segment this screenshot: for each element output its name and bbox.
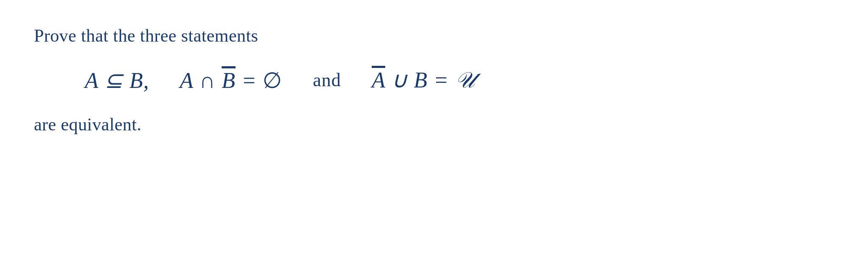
- math-expressions: A ⊆ B, A ∩ B = ∅ and A ∪ B = 𝒰: [34, 67, 474, 93]
- expr3-Abar: A: [372, 68, 385, 92]
- connector-and: and: [313, 69, 342, 91]
- main-content: Prove that the three statements A ⊆ B, A…: [34, 25, 474, 135]
- expr1: A ⊆ B,: [85, 68, 149, 93]
- expr3: A ∪ B = 𝒰: [372, 67, 474, 93]
- expr3-U: 𝒰: [455, 68, 474, 92]
- intro-text: Prove that the three statements: [34, 25, 474, 46]
- conclusion-text: are equivalent.: [34, 114, 474, 135]
- expr2: A ∩ B = ∅: [180, 68, 283, 93]
- expr2-empty: ∅: [263, 68, 282, 93]
- expr2-Bbar: B: [221, 68, 235, 93]
